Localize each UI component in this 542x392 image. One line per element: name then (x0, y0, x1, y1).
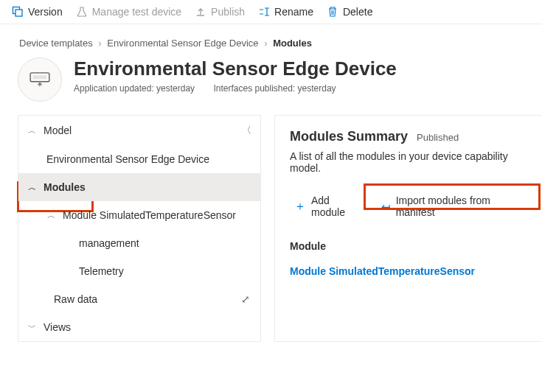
module-link[interactable]: Module SimulatedTemperatureSensor (290, 265, 527, 277)
breadcrumb-root[interactable]: Device templates (19, 38, 93, 49)
import-manifest-label: Import modules from manifest (396, 195, 523, 218)
module-section-label: Module (290, 240, 527, 252)
expand-icon[interactable]: ⤢ (241, 293, 250, 305)
nav-modules-label: Modules (44, 181, 86, 193)
import-manifest-button[interactable]: ↤ Import modules from manifest (377, 192, 527, 221)
device-avatar (18, 57, 62, 102)
page-title: Environmental Sensor Edge Device (74, 57, 397, 80)
nav-module-simulated[interactable]: ︿ Module SimulatedTemperatureSensor (18, 201, 260, 229)
nav-management-label: management (79, 237, 139, 249)
breadcrumb: Device templates › Environmental Sensor … (0, 24, 542, 53)
nav-model[interactable]: ︿ Model 〈 (18, 116, 260, 145)
page-header: Environmental Sensor Edge Device Applica… (0, 53, 542, 115)
toolbar: Version Manage test device Publish Renam… (0, 0, 542, 24)
version-icon (12, 6, 24, 18)
chevron-right-icon: › (264, 38, 267, 49)
nav-management[interactable]: management (18, 229, 260, 257)
delete-label: Delete (343, 6, 372, 18)
chevron-down-icon: ﹀ (27, 322, 36, 333)
nav-module-simulated-label: Module SimulatedTemperatureSensor (63, 209, 236, 221)
publish-label: Publish (211, 6, 245, 18)
nav-model-label: Model (44, 125, 72, 136)
chevron-up-icon: ︿ (27, 182, 36, 193)
publish-button: Publish (195, 6, 245, 18)
breadcrumb-current: Modules (273, 38, 312, 49)
nav-model-device[interactable]: Environmental Sensor Edge Device (18, 145, 260, 173)
nav-raw-data[interactable]: Raw data ⤢ (18, 285, 260, 313)
trash-icon (327, 6, 338, 18)
nav-model-device-label: Environmental Sensor Edge Device (46, 153, 209, 165)
chevron-up-icon: ︿ (27, 125, 36, 136)
breadcrumb-device[interactable]: Environmental Sensor Edge Device (107, 38, 258, 49)
manage-test-label: Manage test device (92, 6, 181, 18)
rename-icon (258, 6, 270, 18)
summary-title: Modules Summary (290, 129, 408, 144)
summary-panel: Modules Summary Published A list of all … (274, 115, 542, 342)
manage-test-device-button: Manage test device (76, 6, 181, 18)
nav-telemetry-label: Telemetry (79, 265, 124, 277)
chevron-left-icon[interactable]: 〈 (242, 124, 251, 137)
nav-panel: ︿ Model 〈 Environmental Sensor Edge Devi… (18, 115, 261, 342)
svg-rect-1 (15, 10, 22, 16)
delete-button[interactable]: Delete (327, 6, 372, 18)
add-module-button[interactable]: ＋ Add module (290, 192, 366, 221)
add-module-label: Add module (311, 195, 362, 218)
status-badge: Published (417, 132, 459, 143)
rename-button[interactable]: Rename (258, 6, 313, 18)
chevron-up-icon: ︿ (46, 210, 55, 221)
edge-device-icon (29, 71, 51, 88)
nav-views-label: Views (44, 321, 71, 333)
version-button[interactable]: Version (12, 6, 63, 18)
import-icon: ↤ (381, 201, 391, 212)
upload-icon (195, 6, 206, 18)
nav-views[interactable]: ﹀ Views (18, 313, 260, 341)
rename-label: Rename (274, 6, 313, 18)
nav-telemetry[interactable]: Telemetry (18, 257, 260, 285)
flask-icon (76, 6, 88, 18)
summary-description: A list of all the modules in your device… (290, 150, 527, 174)
app-updated-meta: Application updated: yesterday (74, 83, 195, 94)
interfaces-published-meta: Interfaces published: yesterday (213, 83, 336, 94)
nav-raw-data-label: Raw data (54, 293, 97, 305)
chevron-right-icon: › (98, 38, 101, 49)
svg-rect-3 (33, 76, 46, 80)
plus-icon: ＋ (294, 200, 306, 212)
version-label: Version (28, 6, 63, 18)
nav-modules[interactable]: ︿ Modules (18, 173, 260, 201)
